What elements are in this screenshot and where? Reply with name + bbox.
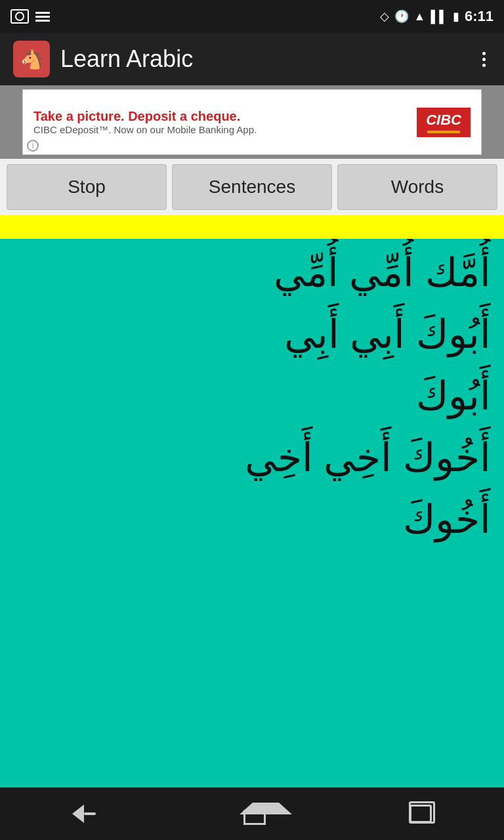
back-button[interactable] (52, 798, 116, 830)
ad-info-icon: i (27, 140, 39, 152)
photo-icon (10, 9, 29, 24)
sentences-button[interactable]: Sentences (172, 164, 332, 210)
overflow-dot-1 (482, 52, 486, 55)
bars-icon (35, 12, 50, 22)
highlight-bar (0, 215, 504, 239)
recents-button[interactable] (390, 798, 452, 830)
recents-icon (410, 805, 432, 823)
signal-icon: ▌▌ (430, 10, 448, 24)
status-bar-right: ◇ 🕐 ▲ ▌▌ ▮ 6:11 (380, 8, 494, 25)
buttons-row: Stop Sentences Words (0, 159, 504, 215)
diamond-icon: ◇ (380, 9, 389, 24)
arabic-line-1: أُمَّك أُمِّي أُمِّي (13, 245, 491, 301)
arabic-content: أُمَّك أُمِّي أُمِّي أَبُوكَ أَبِي أَبِي… (0, 239, 504, 788)
action-bar: 🐴 Learn Arabic (0, 33, 504, 85)
overflow-dot-2 (482, 58, 486, 61)
ad-subtitle: CIBC eDeposit™. Now on our Mobile Bankin… (33, 124, 417, 135)
home-icon (241, 803, 264, 825)
overflow-dot-3 (482, 64, 486, 67)
status-bar: ◇ 🕐 ▲ ▌▌ ▮ 6:11 (0, 0, 504, 33)
arabic-line-2: أَبُوكَ أَبِي أَبِي (13, 307, 491, 362)
arabic-line-3: أَبُوكَ (13, 369, 491, 424)
stop-button[interactable]: Stop (7, 164, 167, 210)
ad-text-block: Take a picture. Deposit a cheque. CIBC e… (33, 109, 417, 135)
overflow-menu-button[interactable] (477, 47, 491, 72)
ad-banner[interactable]: Take a picture. Deposit a cheque. CIBC e… (0, 85, 504, 159)
back-icon (72, 805, 96, 823)
nav-bar (0, 788, 504, 840)
app-title: Learn Arabic (60, 45, 477, 73)
ad-logo-underline (427, 131, 460, 133)
wifi-icon: ▲ (414, 10, 426, 24)
ad-logo-text: CIBC (426, 112, 461, 129)
app-icon: 🐴 (13, 41, 50, 77)
arabic-line-4: أَخُوكَ أَخِي أَخِي (13, 430, 491, 486)
arabic-line-5: أَخُوكَ (13, 492, 491, 547)
status-time: 6:11 (465, 8, 494, 25)
clock-icon: 🕐 (394, 9, 409, 24)
ad-title: Take a picture. Deposit a cheque. (33, 109, 417, 124)
app-icon-emoji: 🐴 (20, 49, 43, 70)
battery-icon: ▮ (453, 9, 459, 24)
info-symbol: i (32, 141, 34, 150)
status-bar-left (10, 9, 50, 24)
home-button[interactable] (221, 796, 284, 831)
ad-logo: CIBC (417, 108, 471, 137)
words-button[interactable]: Words (337, 164, 497, 210)
ad-inner: Take a picture. Deposit a cheque. CIBC e… (22, 89, 482, 155)
